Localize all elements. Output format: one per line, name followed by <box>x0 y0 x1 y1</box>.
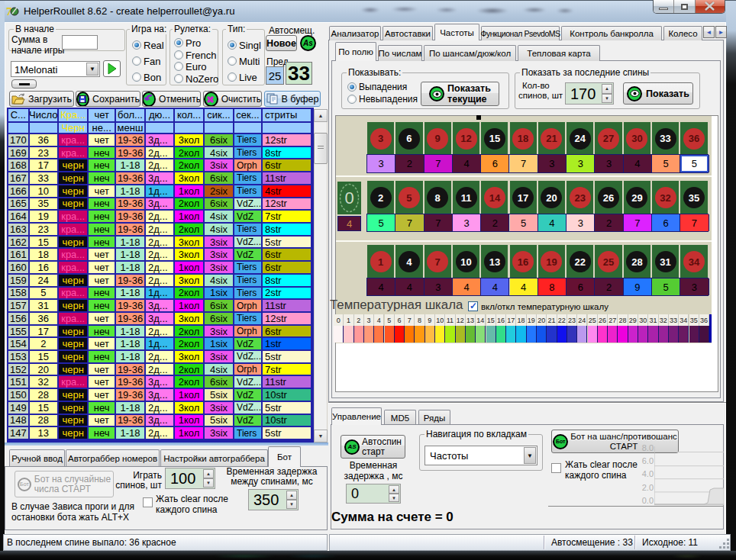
svg-text:0: 0 <box>344 188 353 208</box>
